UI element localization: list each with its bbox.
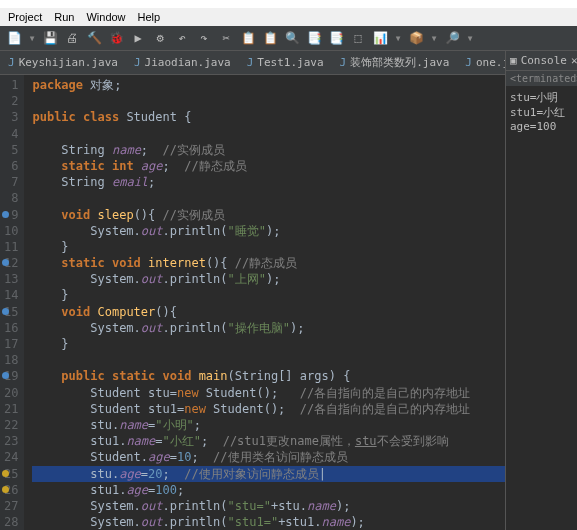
code-line[interactable]: } [32, 239, 505, 255]
code-line[interactable]: static void internet(){ //静态成员 [32, 255, 505, 271]
line-number[interactable]: 25 [4, 466, 18, 482]
code-line[interactable]: Student.age=10; //使用类名访问静态成员 [32, 449, 505, 465]
code-line[interactable]: } [32, 336, 505, 352]
code-line[interactable]: void sleep(){ //实例成员 [32, 207, 505, 223]
line-number[interactable]: 11 [4, 239, 18, 255]
toolbar-button-8[interactable]: ↶ [174, 30, 190, 46]
code-editor[interactable]: 1234567891011121314151617181920212223242… [0, 75, 505, 530]
toolbar-button-9[interactable]: ↷ [196, 30, 212, 46]
editor-tab[interactable]: Jone.java [457, 51, 505, 74]
toolbar-button-0[interactable]: 📄 [6, 30, 22, 46]
line-number[interactable]: 22 [4, 417, 18, 433]
console-panel: ▣ Console ✕ <terminated> Stud stu=小明stu1… [505, 51, 577, 530]
editor-tab[interactable]: JJiaodian.java [126, 51, 239, 74]
line-number[interactable]: 5 [4, 142, 18, 158]
toolbar-button-21[interactable]: 🔎 [444, 30, 460, 46]
line-number[interactable]: 28 [4, 514, 18, 530]
line-number[interactable]: 19 [4, 368, 18, 384]
toolbar-button-2[interactable]: 💾 [42, 30, 58, 46]
code-line[interactable]: static int age; //静态成员 [32, 158, 505, 174]
java-file-icon: J [465, 56, 472, 69]
code-line[interactable]: stu1.name="小红"; //stu1更改name属性，stu不会受到影响 [32, 433, 505, 449]
toolbar-button-4[interactable]: 🔨 [86, 30, 102, 46]
code-line[interactable]: package 对象; [32, 77, 505, 93]
code-line[interactable]: public static void main(String[] args) { [32, 368, 505, 384]
menu-window[interactable]: Window [86, 11, 125, 23]
line-number[interactable]: 15 [4, 304, 18, 320]
line-number[interactable]: 12 [4, 255, 18, 271]
tab-label: Jiaodian.java [145, 56, 231, 69]
toolbar-button-12[interactable]: 📋 [262, 30, 278, 46]
code-line[interactable]: void Computer(){ [32, 304, 505, 320]
line-number[interactable]: 8 [4, 190, 18, 206]
line-number[interactable]: 2 [4, 93, 18, 109]
code-line[interactable]: System.out.println("上网"); [32, 271, 505, 287]
toolbar-button-16[interactable]: ⬚ [350, 30, 366, 46]
line-number[interactable]: 6 [4, 158, 18, 174]
console-subtitle: <terminated> Stud [506, 71, 577, 86]
code-line[interactable]: stu.age=20; //使用对象访问静态成员| [32, 466, 505, 482]
dropdown-icon[interactable]: ▾ [394, 30, 402, 46]
code-line[interactable] [32, 190, 505, 206]
toolbar-button-17[interactable]: 📊 [372, 30, 388, 46]
line-number[interactable]: 3 [4, 109, 18, 125]
toolbar-button-19[interactable]: 📦 [408, 30, 424, 46]
line-number[interactable]: 26 [4, 482, 18, 498]
line-number[interactable]: 1 [4, 77, 18, 93]
line-number[interactable]: 10 [4, 223, 18, 239]
toolbar-button-11[interactable]: 📋 [240, 30, 256, 46]
code-line[interactable] [32, 126, 505, 142]
code-line[interactable] [32, 352, 505, 368]
line-number[interactable]: 23 [4, 433, 18, 449]
code-line[interactable]: Student stu=new Student(); //各自指向的是自己的内存… [32, 385, 505, 401]
menu-run[interactable]: Run [54, 11, 74, 23]
code-line[interactable]: System.out.println("操作电脑"); [32, 320, 505, 336]
line-number[interactable]: 20 [4, 385, 18, 401]
toolbar-button-14[interactable]: 📑 [306, 30, 322, 46]
code-line[interactable]: System.out.println("睡觉"); [32, 223, 505, 239]
menu-help[interactable]: Help [138, 11, 161, 23]
toolbar-button-7[interactable]: ⚙ [152, 30, 168, 46]
toolbar-button-15[interactable]: 📑 [328, 30, 344, 46]
line-number[interactable]: 17 [4, 336, 18, 352]
code-line[interactable]: } [32, 287, 505, 303]
editor-area: JKeyshijian.javaJJiaodian.javaJTest1.jav… [0, 51, 505, 530]
dropdown-icon[interactable]: ▾ [28, 30, 36, 46]
code-line[interactable]: stu1.age=100; [32, 482, 505, 498]
line-number[interactable]: 24 [4, 449, 18, 465]
code-line[interactable]: System.out.println("stu="+stu.name); [32, 498, 505, 514]
line-number[interactable]: 16 [4, 320, 18, 336]
line-number[interactable]: 7 [4, 174, 18, 190]
toolbar-button-6[interactable]: ▶ [130, 30, 146, 46]
close-icon[interactable]: ✕ [571, 54, 577, 67]
toolbar-button-3[interactable]: 🖨 [64, 30, 80, 46]
line-number[interactable]: 14 [4, 287, 18, 303]
code-line[interactable]: stu.name="小明"; [32, 417, 505, 433]
editor-tab[interactable]: JTest1.java [239, 51, 332, 74]
dropdown-icon[interactable]: ▾ [466, 30, 474, 46]
dropdown-icon[interactable]: ▾ [430, 30, 438, 46]
editor-tab[interactable]: JKeyshijian.java [0, 51, 126, 74]
java-file-icon: J [8, 56, 15, 69]
line-number[interactable]: 9 [4, 207, 18, 223]
editor-tab[interactable]: J装饰部类数列.java [332, 51, 458, 74]
java-file-icon: J [340, 56, 347, 69]
code-line[interactable] [32, 93, 505, 109]
line-number[interactable]: 4 [4, 126, 18, 142]
toolbar-button-10[interactable]: ✂ [218, 30, 234, 46]
line-number[interactable]: 21 [4, 401, 18, 417]
line-number[interactable]: 18 [4, 352, 18, 368]
code-line[interactable]: String name; //实例成员 [32, 142, 505, 158]
line-number[interactable]: 13 [4, 271, 18, 287]
toolbar-button-5[interactable]: 🐞 [108, 30, 124, 46]
code-line[interactable]: Student stu1=new Student(); //各自指向的是自己的内… [32, 401, 505, 417]
code-line[interactable]: System.out.println("stu1="+stu1.name); [32, 514, 505, 530]
tab-label: one.java [476, 56, 505, 69]
line-number[interactable]: 27 [4, 498, 18, 514]
menu-project[interactable]: Project [8, 11, 42, 23]
code-line[interactable]: public class Student { [32, 109, 505, 125]
java-file-icon: J [247, 56, 254, 69]
code-line[interactable]: String email; [32, 174, 505, 190]
code-lines[interactable]: package 对象;public class Student { String… [24, 75, 505, 530]
toolbar-button-13[interactable]: 🔍 [284, 30, 300, 46]
